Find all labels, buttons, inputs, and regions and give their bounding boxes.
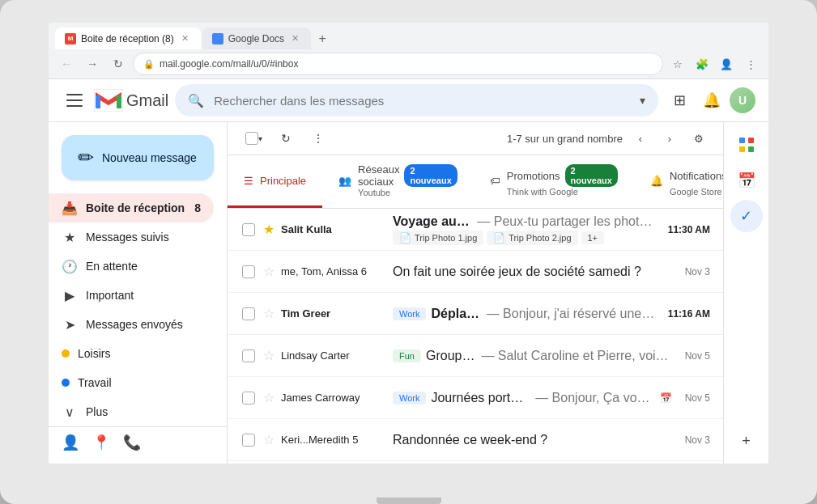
search-bar[interactable]: 🔍 ▾ — [175, 84, 658, 116]
sidebar-item-starred[interactable]: ★ Messages suivis — [49, 222, 214, 252]
tab-gmail-close[interactable]: ✕ — [179, 32, 191, 44]
settings-button[interactable]: ⚙ — [687, 127, 710, 150]
sidebar-item-sent[interactable]: ➤ Messages envoyés — [49, 310, 214, 339]
select-all-checkbox[interactable]: ▾ — [240, 125, 266, 151]
next-page-button[interactable]: › — [658, 127, 681, 150]
table-row[interactable]: ☆ me, Tom, Anissa 6 On fait une soirée j… — [228, 251, 723, 293]
right-panel-calendar-button[interactable]: 📅 — [730, 164, 763, 197]
sidebar-item-snoozed[interactable]: 🕐 En attente — [49, 252, 214, 281]
forward-button[interactable]: → — [81, 53, 104, 75]
tab-docs[interactable]: Google Docs ✕ — [202, 28, 311, 49]
phone-icon[interactable]: 📞 — [123, 434, 141, 451]
notifications-sublabel: Google Store — [670, 187, 723, 197]
table-row[interactable]: ☆ Lindsay Carter Fun Groupe de lecture —… — [228, 335, 723, 377]
email-body-2: On fait une soirée jeux de société samed… — [393, 265, 672, 279]
svg-rect-1 — [96, 95, 100, 108]
search-options-icon[interactable]: ▾ — [640, 94, 645, 107]
email-checkbox-6[interactable] — [240, 432, 257, 448]
email-body-3: Work Déplacement pro — Bonjour, j'ai rés… — [393, 307, 655, 321]
attachment-count: 1+ — [588, 233, 598, 243]
attachment-name-1: Trip Photo 1.jpg — [415, 233, 477, 243]
table-row[interactable]: ☆ Anissa...James 3 Dîner d'anniversaire … — [228, 461, 723, 464]
table-row[interactable]: ☆ Keri...Meredith 5 Randonnée ce week-en… — [228, 419, 723, 461]
sidebar-item-important[interactable]: ▶ Important — [49, 281, 214, 310]
svg-rect-6 — [748, 146, 754, 152]
email-list: ★ Salit Kulla Voyage au Yosemite — Peux-… — [228, 209, 723, 464]
bottom-sidebar: 👤 📍 📞 — [49, 426, 227, 458]
compose-button[interactable]: ✏ Nouveau message — [62, 135, 214, 180]
important-label: Important — [86, 289, 134, 302]
email-checkbox-2[interactable] — [240, 264, 257, 280]
email-tag-3: Work — [393, 307, 426, 320]
star-icon-6[interactable]: ☆ — [263, 432, 274, 447]
hamburger-menu[interactable] — [62, 87, 87, 113]
notification-bell-button[interactable]: 🔔 — [697, 86, 726, 115]
subject-5: Journées portes ouvertes — [431, 391, 530, 405]
tab-gmail-label: Boite de réception (8) — [81, 33, 174, 44]
svg-rect-3 — [739, 138, 745, 143]
tab-promotions[interactable]: 🏷 Promotions 2 nouveaux Think with Googl… — [474, 155, 634, 208]
right-panel-tasks-button[interactable]: ✓ — [730, 200, 763, 232]
time-6: Nov 3 — [685, 434, 710, 446]
email-top-3: Work Déplacement pro — Bonjour, j'ai rés… — [393, 307, 655, 321]
right-panel-apps-button[interactable] — [730, 129, 763, 161]
table-row[interactable]: ★ Salit Kulla Voyage au Yosemite — Peux-… — [228, 209, 723, 251]
email-checkbox-1[interactable] — [240, 222, 257, 238]
time-2: Nov 3 — [685, 266, 710, 277]
apps-grid-button[interactable]: ⊞ — [665, 86, 694, 115]
tab-reseaux[interactable]: 👥 Réseaux sociaux 2 nouveaux Youtube — [322, 155, 474, 208]
profile-button[interactable]: 👤 — [715, 53, 738, 75]
maps-icon[interactable]: 📍 — [92, 434, 110, 451]
email-top-2: On fait une soirée jeux de société samed… — [393, 265, 672, 279]
extensions-button[interactable]: 🧩 — [691, 53, 713, 75]
table-row[interactable]: ☆ James Carroway Work Journées portes ou… — [228, 377, 723, 419]
attachment-name-2: Trip Photo 2.jpg — [508, 233, 571, 243]
contacts-icon[interactable]: 👤 — [62, 434, 79, 451]
sidebar-item-work[interactable]: Travail — [49, 368, 214, 397]
address-text: mail.google.com/mail/u/0/#inbox — [160, 58, 298, 70]
pagination-text: 1-7 sur un grand nombre — [507, 133, 623, 145]
address-bar[interactable]: 🔒 mail.google.com/mail/u/0/#inbox — [133, 53, 663, 75]
star-icon-5[interactable]: ☆ — [263, 390, 274, 405]
gmail-app: Gmail 🔍 ▾ ⊞ 🔔 U — [49, 79, 768, 464]
email-checkbox-5[interactable] — [240, 390, 257, 406]
sender-3: Tim Greer — [281, 307, 386, 320]
bookmark-button[interactable]: ☆ — [666, 53, 689, 75]
back-button[interactable]: ← — [55, 53, 78, 75]
refresh-button[interactable]: ↻ — [273, 125, 299, 151]
principale-icon: ☰ — [244, 175, 253, 187]
reload-button[interactable]: ↻ — [107, 53, 130, 75]
more-options-button[interactable]: ⋮ — [305, 125, 331, 151]
search-input[interactable] — [214, 94, 630, 108]
promotions-icon: 🏷 — [490, 175, 500, 187]
sidebar-item-inbox[interactable]: 📥 Boite de réception 8 — [49, 193, 214, 222]
browser-actions: ☆ 🧩 👤 ⋮ — [666, 53, 762, 75]
right-panel-add-button[interactable]: + — [730, 425, 763, 457]
table-row[interactable]: ☆ Tim Greer Work Déplacement pro — Bonjo… — [228, 293, 723, 335]
sidebar-item-leisure[interactable]: Loisirs — [49, 339, 214, 368]
lock-icon: 🔒 — [143, 59, 155, 70]
tab-docs-close[interactable]: ✕ — [289, 32, 301, 44]
laptop-base — [377, 498, 441, 504]
right-panel: 📅 ✓ + — [723, 122, 768, 464]
tab-principale[interactable]: ☰ Principale — [228, 155, 322, 208]
svg-rect-5 — [739, 146, 745, 152]
email-checkbox-4[interactable] — [240, 348, 257, 364]
tab-gmail[interactable]: M Boite de réception (8) ✕ — [55, 28, 201, 49]
gmail-logo: Gmail — [94, 89, 168, 112]
tab-notifications[interactable]: 🔔 Notifications 1 nouveau Google Store — [634, 155, 723, 208]
work-label: Travail — [78, 376, 112, 389]
star-icon-3[interactable]: ☆ — [263, 306, 274, 321]
new-tab-button[interactable]: + — [313, 29, 332, 49]
star-icon-2[interactable]: ☆ — [263, 264, 274, 279]
inbox-label: Boite de réception — [86, 201, 185, 214]
email-checkbox-3[interactable] — [240, 306, 257, 322]
prev-page-button[interactable]: ‹ — [629, 127, 652, 150]
sidebar: ✏ Nouveau message 📥 Boite de réception 8… — [49, 122, 227, 464]
menu-button[interactable]: ⋮ — [739, 53, 762, 75]
sidebar-item-more[interactable]: ∨ Plus — [49, 397, 214, 426]
star-icon-4[interactable]: ☆ — [263, 348, 274, 363]
starred-icon: ★ — [62, 230, 78, 245]
user-avatar[interactable]: U — [730, 87, 755, 113]
star-icon-1[interactable]: ★ — [263, 222, 274, 237]
